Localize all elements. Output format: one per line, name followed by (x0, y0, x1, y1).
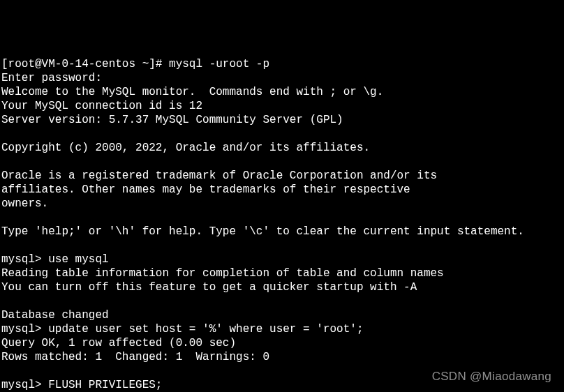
terminal-line: Reading table information for completion… (1, 267, 444, 280)
terminal-line: Your MySQL connection id is 12 (1, 100, 202, 112)
terminal-line: affiliates. Other names may be trademark… (1, 183, 410, 196)
terminal-line: mysql> use mysql (1, 253, 109, 266)
watermark-text: CSDN @Miaodawang (432, 370, 551, 384)
terminal-line: Server version: 5.7.37 MySQL Community S… (1, 114, 343, 126)
terminal-line: mysql> update user set host = '%' where … (1, 323, 363, 336)
terminal-line: Type 'help;' or '\h' for help. Type '\c'… (1, 225, 524, 238)
terminal-line: [root@VM-0-14-centos ~]# mysql -uroot -p (1, 58, 269, 70)
terminal-line: Query OK, 1 row affected (0.00 sec) (1, 337, 236, 349)
terminal-line: mysql> FLUSH PRIVILEGES; (1, 379, 162, 391)
terminal-line: Copyright (c) 2000, 2022, Oracle and/or … (1, 142, 370, 154)
terminal-line: You can turn off this feature to get a q… (1, 281, 417, 294)
terminal-output[interactable]: [root@VM-0-14-centos ~]# mysql -uroot -p… (0, 56, 564, 392)
terminal-line: Enter password: (1, 72, 102, 84)
terminal-line: Welcome to the MySQL monitor. Commands e… (1, 86, 383, 98)
terminal-line: Rows matched: 1 Changed: 1 Warnings: 0 (1, 351, 269, 363)
terminal-line: Database changed (1, 309, 109, 322)
terminal-line: owners. (1, 197, 48, 210)
terminal-line: Oracle is a registered trademark of Orac… (1, 169, 437, 182)
